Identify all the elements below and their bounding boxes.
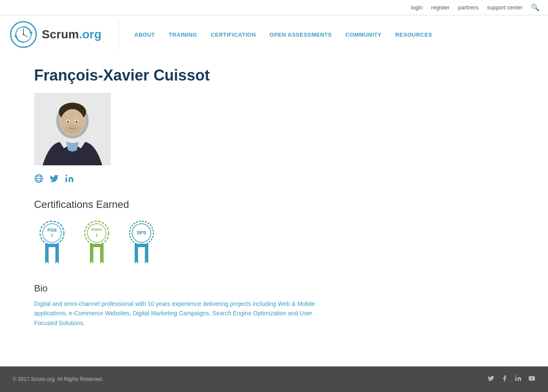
svg-marker-42: [145, 245, 148, 264]
website-icon[interactable]: [34, 174, 43, 186]
linkedin-icon[interactable]: [65, 174, 74, 186]
svg-rect-43: [135, 244, 148, 247]
svg-rect-22: [66, 177, 67, 182]
svg-rect-44: [515, 378, 516, 381]
svg-point-16: [64, 125, 81, 133]
bio-text: Digital and omni-channel professional wi…: [34, 299, 332, 328]
svg-marker-41: [135, 245, 138, 264]
support-center-link[interactable]: support center: [487, 4, 522, 11]
footer: © 2017 Scrum.org. All Rights Reserved.: [0, 366, 548, 392]
footer-linkedin-icon[interactable]: [515, 375, 522, 383]
nav-open-assessments[interactable]: OPEN ASSESSMENTS: [263, 20, 339, 50]
svg-text:PSPO: PSPO: [91, 228, 102, 232]
svg-rect-30: [45, 244, 59, 247]
svg-marker-36: [100, 245, 104, 264]
badge-psm[interactable]: PSM I: [34, 219, 70, 266]
footer-twitter-icon[interactable]: [487, 375, 494, 383]
svg-marker-35: [90, 245, 93, 264]
svg-marker-2: [29, 32, 33, 35]
svg-text:PSM: PSM: [47, 228, 57, 233]
search-icon[interactable]: 🔍: [531, 3, 539, 12]
svg-text:I: I: [51, 233, 52, 238]
nav-training[interactable]: TRAINING: [162, 20, 204, 50]
certifications-row: PSM I PSPO I: [34, 219, 371, 266]
login-link[interactable]: login: [411, 4, 422, 11]
svg-point-6: [23, 34, 24, 35]
register-link[interactable]: register: [431, 4, 450, 11]
bio-title: Bio: [34, 283, 371, 294]
svg-point-23: [66, 175, 67, 176]
svg-point-15: [76, 121, 78, 122]
footer-facebook-icon[interactable]: [501, 375, 508, 383]
svg-marker-29: [55, 245, 59, 264]
nav-resources[interactable]: RESOURCES: [388, 20, 439, 50]
svg-marker-28: [45, 245, 49, 264]
partners-link[interactable]: partners: [458, 4, 479, 11]
social-icons: [34, 174, 371, 186]
svg-text:SPS: SPS: [137, 230, 146, 235]
header: Scrum.org ABOUT TRAINING CERTIFICATION O…: [0, 15, 548, 54]
nav-certification[interactable]: CERTIFICATION: [204, 20, 263, 50]
twitter-icon[interactable]: [49, 174, 59, 186]
svg-text:I: I: [96, 233, 97, 238]
logo-icon: [9, 20, 38, 49]
footer-social: [487, 375, 535, 383]
logo-text: Scrum.org: [42, 28, 101, 41]
badge-sps[interactable]: SPS: [124, 219, 160, 266]
certifications-title: Certifications Earned: [34, 199, 371, 210]
svg-rect-37: [90, 244, 104, 247]
nav-community[interactable]: COMMUNITY: [339, 20, 389, 50]
profile-name: François-Xavier Cuissot: [34, 66, 371, 84]
svg-marker-3: [14, 35, 17, 37]
footer-copyright: © 2017 Scrum.org. All Rights Reserved.: [13, 376, 103, 382]
svg-point-45: [515, 375, 516, 377]
footer-youtube-icon[interactable]: [528, 375, 535, 383]
main-content: François-Xavier Cuissot: [0, 54, 384, 366]
profile-photo: [34, 93, 111, 165]
top-bar: login register partners support center 🔍: [0, 0, 548, 15]
badge-pspo[interactable]: PSPO I: [79, 219, 115, 266]
nav-about[interactable]: ABOUT: [127, 20, 162, 50]
logo-link[interactable]: Scrum.org: [9, 15, 101, 54]
bio-section: Bio Digital and omni-channel professiona…: [34, 283, 371, 328]
main-nav: ABOUT TRAINING CERTIFICATION OPEN ASSESS…: [118, 20, 439, 50]
svg-point-14: [67, 121, 69, 122]
